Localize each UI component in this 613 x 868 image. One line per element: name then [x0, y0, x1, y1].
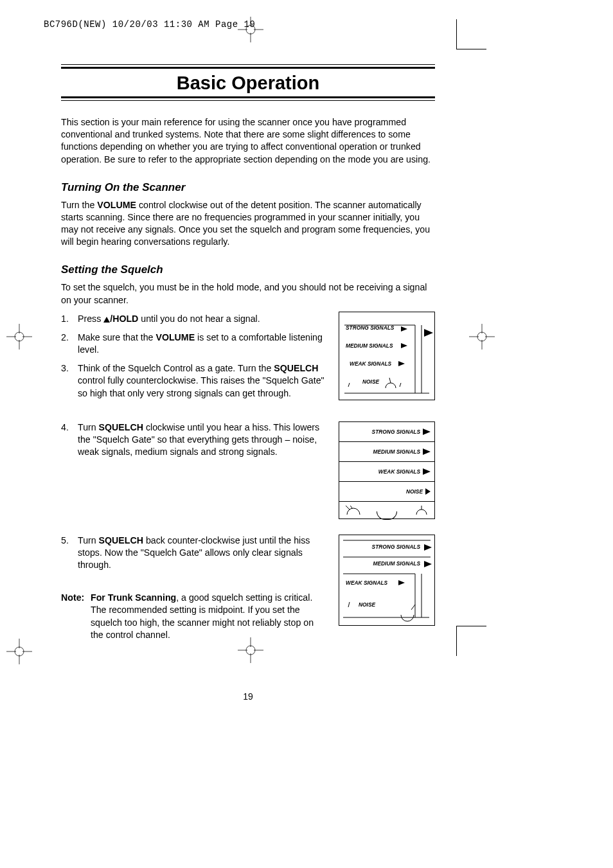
strong-band: STRONG SIGNALS — [339, 422, 434, 441]
volume-label: VOLUME — [97, 200, 136, 210]
intro-paragraph: This section is your main reference for … — [61, 116, 435, 166]
text-fragment: until you do not hear a signal. — [138, 314, 260, 324]
step-5-note-text: 5. Turn SQUELCH back counter-clockwise j… — [61, 535, 339, 641]
crop-mark-left-icon — [6, 324, 32, 350]
arrow-right-icon — [401, 326, 407, 332]
note-text: For Trunk Scanning, a good squelch setti… — [91, 592, 332, 641]
arrow-right-icon — [398, 580, 405, 585]
medium-signals-label: MEDIUM SIGNALS — [346, 343, 393, 348]
noise-label: NOISE — [362, 379, 379, 384]
turning-on-paragraph: Turn the VOLUME control clockwise out of… — [61, 199, 435, 249]
svg-point-9 — [15, 332, 24, 341]
svg-point-14 — [477, 332, 486, 341]
svg-point-4 — [246, 25, 255, 34]
squelch-gate-open-figure: STRONG SIGNALS MEDIUM SIGNALS WEAK SIGNA… — [339, 421, 435, 519]
step-4-text: 4. Turn SQUELCH clockwise until you hear… — [61, 421, 339, 465]
figure-1-column: STRONG SIGNALS MEDIUM SIGNALS WEAK SIGNA… — [339, 313, 435, 400]
squelch-gate-mid-figure: STRONG SIGNALS MEDIUM SIGNALS WEAK SIGNA… — [339, 535, 435, 626]
svg-line-32 — [400, 383, 401, 387]
arrow-right-icon — [401, 343, 407, 348]
arrow-right-icon — [425, 488, 431, 495]
title-rule-top — [61, 64, 435, 65]
medium-signals-label: MEDIUM SIGNALS — [373, 449, 420, 454]
arrow-right-icon — [423, 448, 431, 455]
figure-2-column: STRONG SIGNALS MEDIUM SIGNALS WEAK SIGNA… — [339, 421, 435, 519]
corner-mark-br-icon — [456, 626, 486, 656]
strong-signals-label: STRONG SIGNALS — [372, 544, 420, 549]
weak-signals-label: WEAK SIGNALS — [346, 580, 387, 585]
svg-line-34 — [350, 506, 352, 508]
list-number: 4. — [61, 421, 78, 459]
note-row: Note: For Trunk Scanning, a good squelch… — [61, 592, 332, 641]
page-content: Basic Operation This section is your mai… — [61, 64, 435, 641]
text-fragment: Turn — [78, 535, 99, 545]
step-4-with-figure: 4. Turn SQUELCH clockwise until you hear… — [61, 421, 435, 519]
title-rule-thick-bottom — [61, 96, 435, 98]
svg-line-33 — [346, 506, 350, 509]
section-heading-squelch: Setting the Squelch — [61, 263, 435, 276]
list-text: Turn SQUELCH clockwise until you hear a … — [78, 421, 332, 459]
volume-label: VOLUME — [155, 332, 195, 342]
strong-signals-label: STRONG SIGNALS — [372, 429, 420, 434]
svg-line-31 — [348, 383, 350, 387]
figure-3-column: STRONG SIGNALS MEDIUM SIGNALS WEAK SIGNA… — [339, 535, 435, 626]
weak-band: WEAK SIGNALS — [339, 461, 434, 481]
text-fragment: Press — [78, 314, 103, 324]
gate-open-arc-icon — [377, 511, 397, 520]
title-rule-thick-top — [61, 67, 435, 69]
steps-1-3-with-figure: 1. Press /HOLD until you do not hear a s… — [61, 313, 435, 406]
squelch-label: SQUELCH — [99, 535, 143, 545]
squelch-intro-paragraph: To set the squelch, you must be in the h… — [61, 281, 435, 306]
list-item: 2. Make sure that the VOLUME is set to a… — [61, 332, 332, 356]
list-number: 3. — [61, 362, 78, 400]
list-number: 5. — [61, 535, 78, 572]
print-header-meta: BC796D(NEW) 10/20/03 11:30 AM Page 19 — [44, 19, 255, 30]
svg-line-30 — [389, 378, 391, 383]
noise-label: NOISE — [406, 489, 423, 494]
svg-line-42 — [411, 605, 415, 610]
list-item: 4. Turn SQUELCH clockwise until you hear… — [61, 421, 332, 459]
text-fragment: Make sure that the — [78, 332, 155, 342]
svg-point-24 — [15, 647, 24, 656]
weak-signals-label: WEAK SIGNALS — [378, 469, 420, 474]
page-number: 19 — [61, 691, 435, 702]
knob-right-icon — [415, 506, 428, 517]
trunk-scanning-label: For Trunk Scanning — [91, 592, 176, 603]
list-number: 1. — [61, 313, 78, 325]
squelch-steps-list: 1. Press /HOLD until you do not hear a s… — [61, 313, 435, 641]
step-5-with-figure: 5. Turn SQUELCH back counter-clockwise j… — [61, 535, 435, 641]
text-fragment: control fully counterclockwise. This rai… — [78, 375, 324, 398]
svg-point-19 — [246, 646, 255, 655]
crop-mark-bottom-icon — [238, 637, 263, 663]
squelch-label: SQUELCH — [99, 422, 143, 432]
crop-mark-top-icon — [238, 17, 263, 42]
medium-band: MEDIUM SIGNALS — [339, 441, 434, 461]
section-heading-turning-on: Turning On the Scanner — [61, 181, 435, 194]
text-fragment: Think of the Squelch Control as a gate. … — [78, 363, 274, 373]
arrow-right-icon — [423, 468, 431, 475]
weak-signals-label: WEAK SIGNALS — [350, 361, 391, 366]
corner-mark-tr-icon — [456, 19, 486, 49]
list-item: 3. Think of the Squelch Control as a gat… — [61, 362, 332, 400]
list-item: 5. Turn SQUELCH back counter-clockwise j… — [61, 535, 332, 572]
page-title: Basic Operation — [61, 73, 435, 94]
hold-label: /HOLD — [110, 314, 138, 324]
arrow-right-icon — [424, 561, 432, 567]
triangle-up-icon — [103, 317, 110, 323]
crop-mark-right-icon — [469, 324, 495, 350]
arrow-right-icon — [423, 429, 431, 435]
list-number: 2. — [61, 332, 78, 356]
medium-signals-label: MEDIUM SIGNALS — [373, 561, 420, 566]
list-text: Press /HOLD until you do not hear a sign… — [78, 313, 332, 325]
squelch-label: SQUELCH — [274, 363, 318, 373]
noise-band: NOISE — [339, 481, 434, 501]
svg-line-43 — [348, 602, 350, 607]
document-page: BC796D(NEW) 10/20/03 11:30 AM Page 19 — [0, 0, 613, 868]
squelch-gate-high-figure: STRONG SIGNALS MEDIUM SIGNALS WEAK SIGNA… — [339, 312, 435, 400]
list-text: Think of the Squelch Control as a gate. … — [78, 362, 332, 400]
knob-left-icon — [346, 506, 362, 517]
note-label: Note: — [61, 592, 91, 641]
list-text: Make sure that the VOLUME is set to a co… — [78, 332, 332, 356]
text-fragment: Turn the — [61, 200, 97, 210]
text-fragment: Turn — [78, 422, 99, 432]
